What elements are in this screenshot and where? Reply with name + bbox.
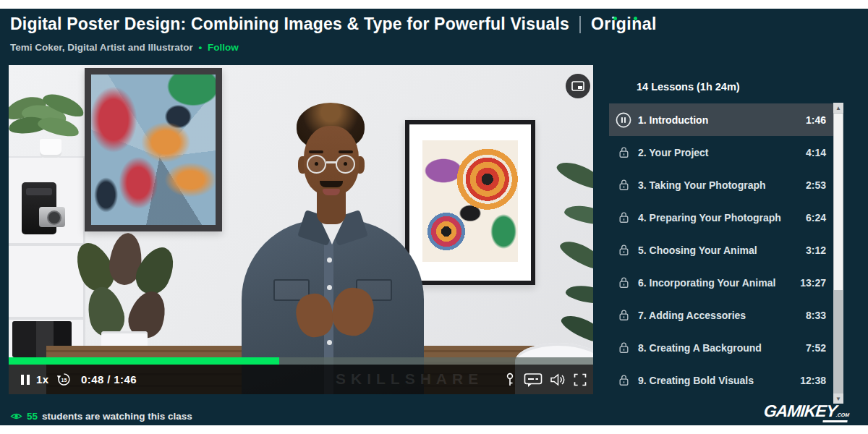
watching-status: 55 students are watching this class: [10, 411, 192, 422]
page-title: Digital Poster Design: Combining Images …: [10, 14, 569, 34]
lesson-row[interactable]: 5. Choosing Your Animal3:12: [609, 234, 833, 266]
lesson-duration: 7:52: [806, 342, 826, 354]
lesson-duration: 3:12: [806, 244, 826, 256]
green-dot-icon: [613, 17, 617, 20]
watching-count: 55: [27, 411, 38, 422]
scroll-up-button[interactable]: ▲: [833, 103, 843, 113]
lesson-row[interactable]: 9. Creating Bold Visuals12:38: [609, 364, 833, 396]
eye-icon: [10, 412, 22, 421]
lock-icon: [616, 211, 631, 224]
framed-poster-right: [405, 120, 535, 285]
time-display: 0:48 / 1:46: [81, 365, 137, 394]
watching-text: students are watching this class: [42, 411, 192, 422]
lock-icon: [616, 341, 631, 354]
browser-viewport: Digital Poster Design: Combining Images …: [0, 0, 868, 434]
pip-icon: [571, 81, 584, 91]
person-eyebrow: [339, 150, 353, 153]
person-eye: [315, 162, 318, 166]
pause-icon: [20, 374, 30, 386]
plant-leaf: [565, 283, 593, 306]
lesson-title: 9. Creating Bold Visuals: [638, 375, 754, 386]
person-mouth: [323, 189, 340, 195]
lesson-title: 7. Adding Accessories: [638, 310, 746, 321]
jacket-button: [327, 258, 332, 263]
jacket-button: [327, 285, 332, 290]
glasses-bridge: [326, 161, 336, 163]
plant-leaf: [558, 310, 593, 347]
bullet-separator: •: [199, 42, 203, 53]
framed-poster-left: [85, 68, 222, 231]
volume-icon: [550, 373, 566, 386]
lesson-title: 4. Preparing Your Photograph: [638, 212, 781, 224]
lock-icon: [616, 146, 631, 159]
lesson-row[interactable]: 1. Introduction1:46: [609, 103, 833, 136]
lesson-title: 5. Choosing Your Animal: [638, 244, 757, 256]
svg-text:15: 15: [61, 378, 67, 383]
author-name: Temi Coker, Digital Artist and Illustrat…: [10, 42, 193, 53]
pip-button[interactable]: [566, 74, 590, 98]
byline: Temi Coker, Digital Artist and Illustrat…: [10, 42, 239, 53]
lesson-row[interactable]: 8. Creating A Background7:52: [609, 331, 833, 364]
progress-fill: [9, 357, 279, 365]
original-badge: Original: [591, 14, 657, 34]
lock-icon: [616, 309, 631, 322]
lesson-title: 6. Incorporating Your Animal: [638, 277, 775, 289]
captions-button[interactable]: [524, 365, 542, 394]
fullscreen-button[interactable]: [573, 365, 587, 394]
lesson-row[interactable]: 6. Incorporating Your Animal13:27: [609, 266, 833, 299]
person-eye: [344, 162, 347, 166]
plant-pot: [40, 139, 61, 158]
skillshare-watermark: SKILLSHARE: [336, 370, 483, 388]
lock-icon: [616, 374, 631, 387]
lock-icon: [616, 179, 631, 192]
lesson-duration: 12:38: [800, 375, 826, 386]
header: Digital Poster Design: Combining Images …: [10, 14, 657, 34]
pause-button[interactable]: [20, 365, 30, 394]
lock-icon: [616, 244, 631, 257]
key-icon: [505, 373, 515, 387]
lesson-title: 2. Your Project: [638, 147, 709, 158]
plant-leaf: [563, 203, 593, 228]
lesson-title: 1. Introduction: [638, 114, 708, 126]
fullscreen-icon: [573, 373, 587, 387]
camera: [39, 207, 65, 227]
lesson-title: 3. Taking Your Photograph: [638, 179, 766, 191]
rewind-15-button[interactable]: 15: [56, 365, 72, 394]
green-dot-icon: [634, 17, 637, 20]
lesson-duration: 1:46: [806, 114, 826, 126]
video-player[interactable]: SKILLSHARE 1x 15 0:48 / 1:46: [9, 65, 593, 394]
lesson-row[interactable]: 2. Your Project4:14: [609, 136, 833, 169]
progress-bar[interactable]: [9, 357, 593, 365]
lesson-list: 1. Introduction1:462. Your Project4:143.…: [609, 103, 833, 396]
title-divider: [579, 16, 581, 33]
plant-leaf: [557, 236, 593, 273]
lock-icon: [616, 276, 631, 289]
lesson-duration: 2:53: [806, 179, 826, 191]
class-page: Digital Poster Design: Combining Images …: [0, 9, 868, 425]
volume-button[interactable]: [550, 365, 566, 394]
lessons-scrollbar[interactable]: ▲ ▼: [833, 103, 843, 404]
lessons-heading: 14 Lessons (1h 24m): [637, 81, 740, 93]
scrollbar-thumb[interactable]: [834, 114, 843, 290]
lesson-row[interactable]: 7. Adding Accessories8:33: [609, 299, 833, 331]
person-eyebrow: [309, 150, 323, 153]
control-bar: SKILLSHARE 1x 15 0:48 / 1:46: [9, 365, 593, 394]
follow-button[interactable]: Follow: [208, 42, 239, 53]
person-mustache: [320, 181, 343, 187]
key-shortcuts-button[interactable]: [505, 365, 515, 394]
captions-icon: [524, 372, 542, 388]
speed-button[interactable]: 1x: [36, 365, 49, 394]
lesson-duration: 4:14: [806, 147, 826, 158]
jacket-button: [327, 340, 332, 345]
lesson-row[interactable]: 4. Preparing Your Photograph6:24: [609, 201, 833, 234]
gamikey-watermark: GAMIKEY.COM: [763, 401, 851, 421]
rewind-15-icon: 15: [56, 372, 72, 387]
pause-circle-icon: [616, 112, 631, 128]
lesson-duration: 6:24: [806, 212, 826, 224]
lesson-row[interactable]: 3. Taking Your Photograph2:53: [609, 169, 833, 201]
lesson-duration: 8:33: [806, 310, 826, 321]
plant-leaf: [554, 157, 593, 193]
lesson-title: 8. Creating A Background: [638, 342, 762, 354]
lesson-duration: 13:27: [800, 277, 826, 289]
